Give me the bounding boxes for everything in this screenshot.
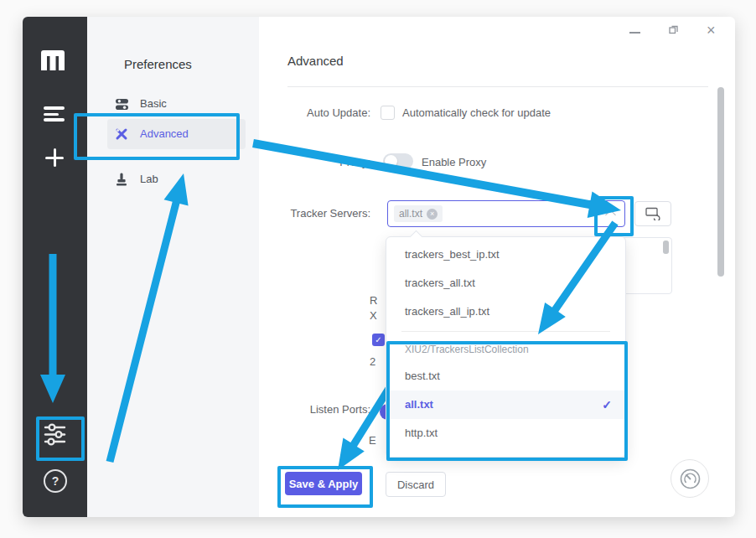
hint-fragment: R [370,294,377,307]
title-divider [287,86,708,87]
nav-item-label: Advanced [140,127,189,140]
dropdown-item[interactable]: trackers_best_ip.txt [386,241,625,269]
proxy-text: Enable Proxy [422,156,486,168]
auto-update-text[interactable]: Automatically check for update [402,106,551,119]
auto-update-label: Auto Update: [232,106,370,119]
selected-tag: all.txt × [394,205,443,222]
lab-icon [115,173,128,186]
proxy-toggle[interactable] [383,153,413,169]
speedometer-button[interactable] [671,459,709,498]
chevron-up-icon[interactable] [605,210,616,220]
tracker-servers-label: Tracker Servers: [232,207,370,220]
auto-update-checkbox[interactable] [381,106,395,120]
preferences-icon[interactable] [42,422,68,447]
speedometer-icon [679,468,702,490]
proxy-label: Proxy: [232,156,370,168]
dropdown-item[interactable]: http.txt [386,419,625,447]
hint-fragment: 2 [370,355,375,368]
window-scrollbar[interactable] [717,87,724,277]
textarea-scrollbar[interactable] [663,241,669,254]
toggle-knob [385,155,397,168]
discard-button[interactable]: Discard [386,472,446,497]
dropdown-divider [401,331,610,332]
close-button[interactable]: × [707,22,716,39]
selected-item-label: all.txt [405,398,433,411]
nav-title: Preferences [124,57,192,71]
tools-icon [115,127,128,141]
dropdown-item[interactable]: best.txt [386,362,625,391]
motrix-logo-icon [41,50,65,70]
dropdown-group-label: XIU2/TrackersListCollection [386,337,625,362]
nav-item-lab[interactable]: Lab [107,164,246,194]
dropdown-item[interactable]: trackers_all_ip.txt [386,297,625,326]
remove-tag-icon[interactable]: × [427,209,438,220]
help-icon[interactable]: ? [44,469,67,493]
app-window: ? Preferences Basic Advanced [23,17,735,517]
nav-item-label: Lab [140,173,158,185]
nav-item-basic[interactable]: Basic [107,89,246,119]
update-trackers-button[interactable] [634,201,671,226]
listen-ports-label: Listen Ports: [232,403,370,416]
sidebar: ? [23,17,87,517]
restore-button[interactable] [668,23,679,34]
dropdown-item-selected[interactable]: all.txt ✓ [386,391,625,419]
toggles-icon [115,97,129,111]
sync-trackers-icon [645,207,660,220]
tracker-dropdown: trackers_best_ip.txt trackers_all.txt tr… [386,236,626,458]
preferences-nav: Preferences Basic Advanced Lab [87,17,259,517]
page-title: Advanced [287,54,344,68]
tag-label: all.txt [399,208,422,220]
tracker-select[interactable]: all.txt × [387,200,625,227]
check-icon: ✓ [602,391,612,419]
checked-checkbox-fragment[interactable]: ✓ [372,334,385,346]
hint-fragment: X [370,309,377,322]
hint-fragment: E [369,434,376,447]
nav-item-advanced[interactable]: Advanced [107,119,246,149]
minimize-button[interactable] [629,27,643,37]
nav-item-label: Basic [140,97,167,110]
save-apply-button[interactable]: Save & Apply [285,472,362,495]
dropdown-item[interactable]: trackers_all.txt [386,269,625,297]
